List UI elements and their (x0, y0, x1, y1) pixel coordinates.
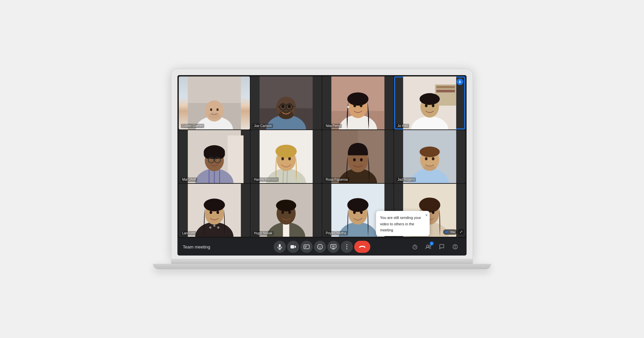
svg-point-124 (427, 245, 429, 247)
svg-point-18 (288, 104, 291, 108)
participant-name-6: Hanna Harrison (253, 177, 279, 182)
svg-point-119 (346, 248, 347, 249)
tooltip-text: You are still sending your video to othe… (380, 216, 421, 232)
svg-point-93 (360, 211, 363, 214)
video-button[interactable] (287, 241, 299, 253)
svg-point-63 (353, 158, 356, 161)
participant-name-7: Rosa Figueroa (324, 177, 349, 182)
svg-point-91 (347, 198, 368, 212)
participant-tile-8[interactable]: Jad Rogers (394, 130, 465, 183)
people-button[interactable]: 2 (422, 241, 434, 253)
svg-point-64 (360, 158, 363, 161)
mic-button[interactable] (274, 241, 286, 253)
svg-point-74 (209, 227, 211, 229)
svg-point-70 (432, 157, 434, 160)
svg-point-112 (321, 246, 321, 247)
tooltip-close-button[interactable]: × (425, 213, 428, 218)
toolbar-right: 2 (409, 241, 461, 253)
svg-point-99 (419, 198, 440, 212)
svg-point-5 (216, 108, 218, 111)
end-call-button[interactable] (354, 241, 370, 253)
meeting-title: Team meeting (183, 244, 210, 249)
svg-point-78 (204, 199, 225, 211)
svg-point-34 (425, 104, 428, 107)
svg-point-111 (319, 246, 320, 247)
participant-tile-5[interactable]: Mal Olvill (179, 130, 250, 183)
toolbar: Team meeting (177, 238, 467, 256)
svg-rect-29 (436, 86, 455, 88)
participant-tile-6[interactable]: Hanna Harrison (251, 130, 322, 183)
reactions-button[interactable] (314, 241, 326, 253)
participant-name-9: Lani Lee (181, 231, 196, 235)
participant-name-11: Priya Chadha (324, 231, 347, 235)
svg-point-16 (279, 111, 293, 119)
svg-point-25 (354, 104, 356, 107)
svg-point-80 (216, 211, 219, 214)
svg-point-71 (423, 165, 436, 170)
toolbar-center (274, 241, 370, 253)
laptop-bezel: Collier Garner (171, 69, 473, 260)
participant-name-1: Collier Garner (181, 124, 204, 128)
participant-name-5: Mal Olvill (181, 177, 197, 182)
svg-point-6 (209, 112, 220, 119)
svg-point-110 (318, 244, 323, 249)
participant-name-4: Jo Hall (396, 124, 409, 128)
participant-tile-1[interactable]: Collier Garner (179, 76, 250, 129)
activities-button[interactable] (449, 241, 461, 253)
svg-point-86 (281, 211, 284, 214)
svg-rect-106 (290, 245, 294, 248)
participant-name-10: Hugo Novak (253, 231, 274, 235)
svg-point-24 (347, 106, 349, 108)
svg-point-127 (455, 245, 456, 246)
svg-point-76 (217, 227, 219, 229)
participant-tile-2[interactable]: Joe Carlson (251, 76, 322, 129)
participant-tile-4[interactable]: Jo Hall (394, 76, 465, 129)
svg-point-57 (281, 157, 284, 160)
present-button[interactable] (327, 241, 339, 253)
participant-name-2: Joe Carlson (253, 124, 273, 128)
svg-point-79 (210, 211, 212, 214)
timer-button[interactable] (409, 241, 421, 253)
svg-point-125 (429, 245, 431, 247)
svg-point-58 (288, 157, 291, 160)
participant-tile-7[interactable]: Rosa Figueroa (322, 130, 393, 183)
active-speaker-badge (457, 78, 463, 85)
svg-point-23 (347, 92, 368, 106)
svg-point-68 (420, 147, 440, 157)
more-options-button[interactable] (341, 241, 353, 253)
svg-rect-107 (304, 245, 309, 249)
svg-rect-103 (279, 244, 281, 247)
svg-point-33 (420, 93, 440, 105)
svg-rect-30 (436, 90, 455, 92)
svg-point-26 (360, 104, 363, 107)
svg-line-53 (283, 169, 284, 183)
svg-point-118 (346, 246, 347, 247)
svg-point-4 (210, 108, 212, 111)
svg-rect-102 (445, 231, 448, 233)
svg-rect-36 (460, 80, 461, 82)
expand-self-button[interactable]: ⤢ (458, 229, 464, 235)
participant-tile-10[interactable]: Hugo Novak (251, 184, 322, 237)
svg-point-85 (276, 200, 296, 212)
participant-tile-3[interactable]: Nita Perry (322, 76, 393, 129)
participant-name-3: Nita Perry (324, 124, 342, 128)
svg-point-92 (353, 211, 356, 214)
chat-button[interactable] (436, 241, 448, 253)
svg-point-56 (275, 145, 297, 158)
tooltip-popup: You are still sending your video to othe… (376, 211, 430, 236)
svg-point-69 (425, 157, 428, 160)
svg-point-35 (432, 104, 434, 107)
svg-rect-83 (283, 223, 289, 237)
svg-point-75 (213, 225, 215, 227)
participant-name-8: Jad Rogers (396, 177, 416, 182)
self-label: You (450, 230, 455, 234)
people-count-badge: 2 (430, 241, 434, 245)
laptop-container: Collier Garner (171, 69, 473, 270)
svg-rect-116 (332, 245, 335, 247)
svg-point-87 (288, 211, 291, 214)
svg-point-117 (346, 244, 347, 245)
svg-point-101 (432, 211, 434, 214)
svg-point-17 (281, 104, 284, 108)
participant-tile-9[interactable]: Lani Lee (179, 184, 250, 237)
captions-button[interactable] (301, 241, 313, 253)
